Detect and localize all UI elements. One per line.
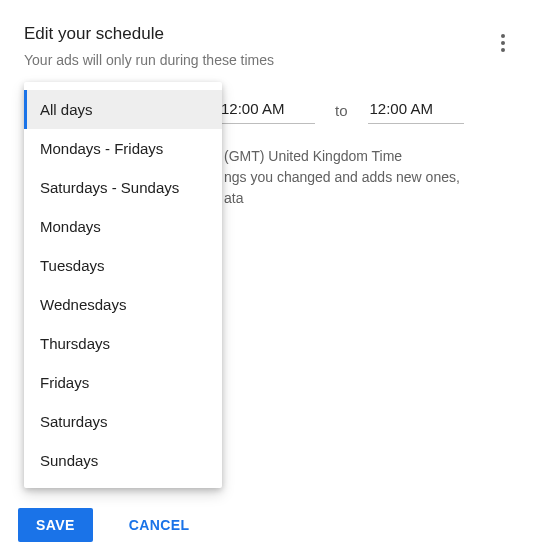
cancel-button[interactable]: CANCEL [123,516,196,534]
days-option[interactable]: Thursdays [24,324,222,363]
more-vert-icon[interactable] [495,28,511,58]
end-time-field[interactable]: 12:00 AM [368,96,464,124]
to-label: to [335,102,348,119]
start-time-field[interactable]: 12:00 AM [219,96,315,124]
days-option[interactable]: Tuesdays [24,246,222,285]
page-subtitle: Your ads will only run during these time… [24,52,509,68]
days-option[interactable]: Saturdays - Sundays [24,168,222,207]
days-option[interactable]: Wednesdays [24,285,222,324]
page-title: Edit your schedule [24,24,509,44]
days-option[interactable]: Fridays [24,363,222,402]
days-dropdown[interactable]: All daysMondays - FridaysSaturdays - Sun… [24,82,222,488]
save-button[interactable]: SAVE [18,508,93,542]
days-option[interactable]: Mondays [24,207,222,246]
schedule-editor-card: Edit your schedule Your ads will only ru… [0,0,533,560]
days-option[interactable]: Mondays - Fridays [24,129,222,168]
days-option[interactable]: Saturdays [24,402,222,441]
days-option[interactable]: All days [24,90,222,129]
days-option[interactable]: Sundays [24,441,222,480]
header: Edit your schedule Your ads will only ru… [0,0,533,72]
footer-actions: SAVE CANCEL [18,508,195,542]
